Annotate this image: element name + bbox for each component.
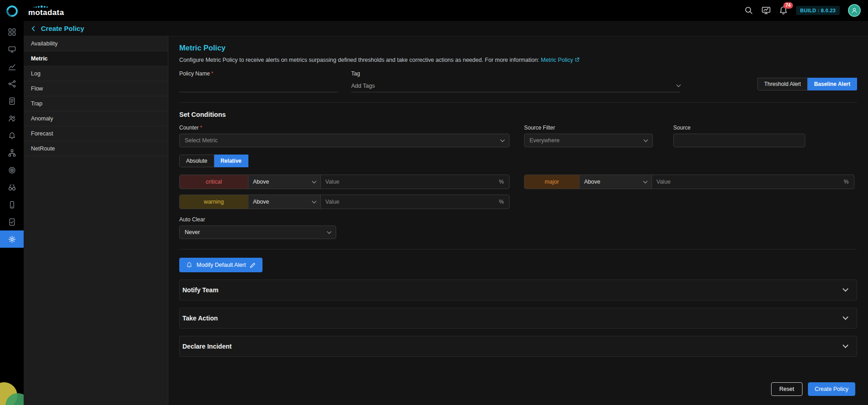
absolute-mode-button[interactable]: Absolute: [179, 155, 214, 167]
page-body: Availability Metric Log Flow Trap Anomal…: [24, 36, 868, 405]
chevron-down-icon: [643, 179, 648, 183]
warning-severity-row: warning Above %: [179, 195, 510, 209]
critical-severity-badge: critical: [180, 175, 248, 189]
counter-label: Counter: [179, 125, 199, 131]
sidebar-item-anomaly[interactable]: Anomaly: [24, 111, 168, 126]
presentation-screen-icon[interactable]: [762, 6, 771, 15]
form-footer: Reset Create Policy: [179, 376, 857, 400]
source-filter-label: Source Filter: [524, 125, 555, 131]
bell-icon: [186, 262, 192, 268]
policy-name-label: Policy Name: [179, 70, 210, 77]
topbar-actions: 74 BUILD : 8.0.23: [744, 4, 861, 17]
chevron-down-icon: [327, 229, 332, 234]
topology-icon[interactable]: [0, 75, 24, 92]
baseline-alert-button[interactable]: Baseline Alert: [807, 78, 857, 90]
declare-incident-section[interactable]: Declare Incident: [179, 336, 857, 357]
severity-grid: critical Above % major Above: [179, 175, 857, 209]
counter-placeholder: Select Metric: [185, 137, 217, 144]
critical-value-input[interactable]: [321, 175, 494, 189]
sidebar-item-availability[interactable]: Availability: [24, 36, 168, 51]
take-action-section[interactable]: Take Action: [179, 308, 857, 329]
chevron-down-icon: [644, 137, 648, 142]
back-chevron-icon[interactable]: [30, 25, 37, 32]
sidebar-item-netroute[interactable]: NetRoute: [24, 141, 168, 156]
logo-ring: [4, 3, 20, 19]
alert-type-toggle: Threshold Alert Baseline Alert: [757, 70, 857, 90]
create-policy-button[interactable]: Create Policy: [808, 382, 855, 396]
page-title: Create Policy: [41, 25, 84, 32]
source-label: Source: [673, 125, 691, 131]
observe-binoculars-icon[interactable]: [0, 179, 24, 196]
alert-bell-icon[interactable]: [0, 127, 24, 144]
external-link-icon[interactable]: [575, 57, 580, 62]
sidebar-item-metric[interactable]: Metric: [24, 51, 168, 66]
chevron-down-icon: [312, 179, 317, 183]
modify-default-alert-button[interactable]: Modify Default Alert: [179, 258, 262, 272]
motadata-logo-mark[interactable]: [5, 4, 19, 18]
report-icon[interactable]: [0, 92, 24, 110]
source-filter-select[interactable]: Everywhere: [524, 134, 653, 147]
notifications-bell-icon[interactable]: 74: [779, 6, 788, 15]
metric-policy-doc-link[interactable]: Metric Policy: [541, 57, 573, 63]
app-root: motadata 74 BUILD : 8.0.23 Create Policy…: [0, 0, 868, 405]
threshold-alert-button[interactable]: Threshold Alert: [757, 78, 808, 90]
tag-select[interactable]: Add Tags: [351, 80, 680, 92]
tag-field: Tag Add Tags: [351, 70, 680, 92]
major-unit-label: %: [838, 175, 854, 189]
source-filter-field: Source Filter Everywhere: [524, 125, 653, 147]
relative-mode-button[interactable]: Relative: [214, 155, 248, 167]
source-filter-value: Everywhere: [530, 137, 560, 144]
brand-text: motadata: [28, 8, 64, 17]
section-divider: [179, 249, 857, 250]
form-description: Configure Metric Policy to receive alert…: [179, 57, 857, 63]
counter-field: Counter * Select Metric: [179, 125, 510, 147]
hierarchy-icon[interactable]: [0, 144, 24, 161]
major-operator-select[interactable]: Above: [579, 175, 652, 189]
take-action-label: Take Action: [182, 315, 218, 322]
conditions-row: Counter * Select Metric Source Filter Ev…: [179, 125, 857, 147]
major-operator-value: Above: [584, 179, 600, 185]
notification-count-badge: 74: [783, 2, 793, 9]
warning-unit-label: %: [494, 195, 509, 209]
brand-logo[interactable]: motadata: [28, 4, 64, 17]
metric-chart-icon[interactable]: [0, 58, 24, 75]
brand-decoration: [0, 372, 24, 405]
tag-placeholder: Add Tags: [351, 83, 375, 89]
users-icon[interactable]: [0, 110, 24, 127]
major-value-input[interactable]: [652, 175, 838, 189]
required-asterisk: *: [200, 125, 202, 131]
sidebar-item-log[interactable]: Log: [24, 66, 168, 81]
chevron-down-icon: [843, 286, 848, 292]
description-text: Configure Metric Policy to receive alert…: [179, 57, 539, 63]
sidebar-item-forecast[interactable]: Forecast: [24, 126, 168, 141]
critical-operator-value: Above: [253, 179, 269, 185]
auto-clear-select[interactable]: Never: [179, 225, 336, 239]
discovery-target-icon[interactable]: [0, 161, 24, 179]
device-icon[interactable]: [0, 196, 24, 213]
monitor-icon[interactable]: [0, 40, 24, 58]
avatar[interactable]: [848, 4, 861, 17]
audit-doc-icon[interactable]: [0, 213, 24, 230]
policy-name-input[interactable]: [179, 80, 338, 92]
auto-clear-value: Never: [185, 229, 200, 235]
dashboard-grid-icon[interactable]: [0, 23, 24, 40]
metric-policy-form: Metric Policy Configure Metric Policy to…: [168, 36, 868, 405]
search-icon[interactable]: [744, 6, 753, 15]
sidebar-item-trap[interactable]: Trap: [24, 96, 168, 111]
auto-clear-field: Auto Clear Never: [179, 216, 857, 239]
settings-gear-icon[interactable]: [0, 230, 24, 248]
reset-button[interactable]: Reset: [771, 382, 802, 396]
major-severity-badge: major: [525, 175, 579, 189]
source-input[interactable]: [673, 134, 805, 147]
chevron-down-icon: [843, 342, 848, 348]
major-severity-row: major Above %: [524, 175, 854, 189]
critical-operator-select[interactable]: Above: [248, 175, 321, 189]
warning-value-input[interactable]: [321, 195, 494, 209]
declare-incident-label: Declare Incident: [182, 343, 232, 350]
warning-operator-select[interactable]: Above: [248, 195, 321, 209]
set-conditions-heading: Set Conditions: [179, 111, 857, 118]
policy-name-field: Policy Name *: [179, 70, 338, 92]
notify-team-section[interactable]: Notify Team: [179, 280, 857, 300]
sidebar-item-flow[interactable]: Flow: [24, 81, 168, 96]
counter-select[interactable]: Select Metric: [179, 134, 510, 147]
